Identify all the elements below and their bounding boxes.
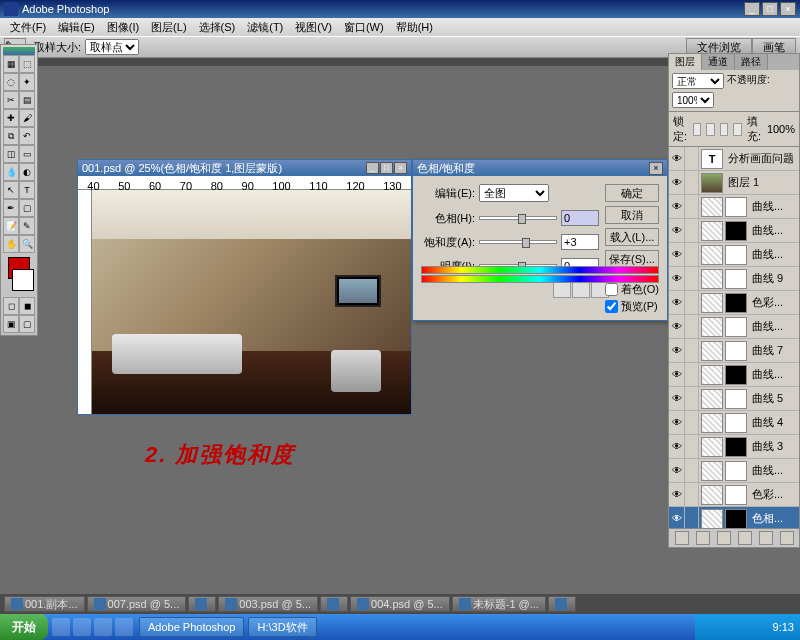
- layer-row[interactable]: 👁曲线 4: [669, 411, 799, 435]
- saturation-input[interactable]: [561, 234, 599, 250]
- menu-select[interactable]: 选择(S): [193, 20, 242, 35]
- doc-tab[interactable]: 未标题-1 @...: [452, 596, 546, 612]
- pen-tool-icon[interactable]: ✒: [3, 199, 19, 217]
- preview-checkbox[interactable]: 预览(P): [605, 299, 659, 314]
- doc-min-button[interactable]: _: [366, 162, 379, 174]
- hand-tool-icon[interactable]: ✋: [3, 235, 19, 253]
- link-cell[interactable]: [685, 195, 699, 218]
- link-cell[interactable]: [685, 363, 699, 386]
- link-cell[interactable]: [685, 483, 699, 506]
- doc-tab[interactable]: 003.psd @ 5...: [218, 596, 318, 612]
- notes-tool-icon[interactable]: 📝: [3, 217, 19, 235]
- opacity-select[interactable]: 100%: [672, 92, 714, 108]
- visibility-toggle-icon[interactable]: 👁: [669, 243, 685, 266]
- link-cell[interactable]: [685, 507, 699, 528]
- ql-icon[interactable]: [73, 618, 91, 636]
- lock-move-icon[interactable]: [720, 123, 729, 136]
- sample-size-select[interactable]: 取样点: [85, 39, 139, 55]
- layer-row[interactable]: 👁T分析画面问题: [669, 147, 799, 171]
- load-button[interactable]: 载入(L)...: [605, 228, 659, 246]
- ok-button[interactable]: 确定: [605, 184, 659, 202]
- tray-icon[interactable]: [719, 620, 733, 634]
- doc-tab[interactable]: [320, 596, 348, 612]
- close-button[interactable]: ×: [780, 2, 796, 16]
- shape-tool-icon[interactable]: ▢: [19, 199, 35, 217]
- link-cell[interactable]: [685, 171, 699, 194]
- dialog-title-bar[interactable]: 色相/饱和度 ×: [413, 160, 667, 176]
- history-brush-icon[interactable]: ↶: [19, 127, 35, 145]
- type-tool-icon[interactable]: T: [19, 181, 35, 199]
- menu-layer[interactable]: 图层(L): [145, 20, 192, 35]
- screenmode-1-icon[interactable]: ▣: [3, 315, 19, 333]
- doc-tab[interactable]: 004.psd @ 5...: [350, 596, 450, 612]
- menu-filter[interactable]: 滤镜(T): [241, 20, 289, 35]
- layer-row[interactable]: 👁曲线 7: [669, 339, 799, 363]
- visibility-toggle-icon[interactable]: 👁: [669, 147, 685, 170]
- saturation-slider[interactable]: [479, 240, 557, 244]
- layer-row[interactable]: 👁色彩...: [669, 291, 799, 315]
- taskbar-item[interactable]: Adobe Photoshop: [139, 617, 244, 637]
- hue-slider[interactable]: [479, 216, 557, 220]
- eyedropper-icon[interactable]: [553, 282, 571, 298]
- layer-row[interactable]: 👁曲线...: [669, 243, 799, 267]
- tab-paths[interactable]: 路径: [735, 54, 768, 70]
- visibility-toggle-icon[interactable]: 👁: [669, 387, 685, 410]
- menu-help[interactable]: 帮助(H): [390, 20, 439, 35]
- menu-image[interactable]: 图像(I): [101, 20, 145, 35]
- layer-row[interactable]: 👁曲线 9: [669, 267, 799, 291]
- visibility-toggle-icon[interactable]: 👁: [669, 507, 685, 528]
- document-canvas[interactable]: [92, 190, 411, 414]
- wand-tool-icon[interactable]: ✦: [19, 73, 35, 91]
- visibility-toggle-icon[interactable]: 👁: [669, 219, 685, 242]
- link-cell[interactable]: [685, 339, 699, 362]
- lasso-tool-icon[interactable]: ◌: [3, 73, 19, 91]
- eraser-tool-icon[interactable]: ◫: [3, 145, 19, 163]
- visibility-toggle-icon[interactable]: 👁: [669, 339, 685, 362]
- link-cell[interactable]: [685, 147, 699, 170]
- layer-row[interactable]: 👁曲线...: [669, 315, 799, 339]
- slice-tool-icon[interactable]: ▤: [19, 91, 35, 109]
- eyedropper-add-icon[interactable]: [572, 282, 590, 298]
- move-tool-icon[interactable]: ▦: [3, 55, 19, 73]
- edit-select[interactable]: 全图: [479, 184, 549, 202]
- visibility-toggle-icon[interactable]: 👁: [669, 411, 685, 434]
- quickmask-icon[interactable]: ◼: [19, 297, 35, 315]
- taskbar-item[interactable]: H:\3D软件: [248, 617, 316, 637]
- hue-input[interactable]: [561, 210, 599, 226]
- tray-icon[interactable]: [701, 620, 715, 634]
- ql-icon[interactable]: [94, 618, 112, 636]
- link-cell[interactable]: [685, 459, 699, 482]
- doc-tab[interactable]: 001.副本...: [4, 596, 85, 612]
- menu-file[interactable]: 文件(F): [4, 20, 52, 35]
- doc-tab[interactable]: [188, 596, 216, 612]
- layer-row[interactable]: 👁曲线 3: [669, 435, 799, 459]
- lock-all-icon[interactable]: [733, 123, 742, 136]
- tab-layers[interactable]: 图层: [669, 54, 702, 70]
- link-cell[interactable]: [685, 435, 699, 458]
- visibility-toggle-icon[interactable]: 👁: [669, 267, 685, 290]
- visibility-toggle-icon[interactable]: 👁: [669, 435, 685, 458]
- layer-row[interactable]: 👁色彩...: [669, 483, 799, 507]
- visibility-toggle-icon[interactable]: 👁: [669, 459, 685, 482]
- path-tool-icon[interactable]: ↖: [3, 181, 19, 199]
- link-cell[interactable]: [685, 387, 699, 410]
- doc-close-button[interactable]: ×: [394, 162, 407, 174]
- fx-button-icon[interactable]: [675, 531, 689, 545]
- quickmask-std-icon[interactable]: ◻: [3, 297, 19, 315]
- tab-channels[interactable]: 通道: [702, 54, 735, 70]
- layer-row[interactable]: 👁色相...: [669, 507, 799, 528]
- layer-row[interactable]: 👁曲线 5: [669, 387, 799, 411]
- minimize-button[interactable]: _: [744, 2, 760, 16]
- document-title-bar[interactable]: 001.psd @ 25%(色相/饱和度 1,图层蒙版) _□×: [78, 160, 411, 176]
- crop-tool-icon[interactable]: ✂: [3, 91, 19, 109]
- link-cell[interactable]: [685, 219, 699, 242]
- tray-icon[interactable]: [755, 620, 769, 634]
- background-color[interactable]: [12, 269, 34, 291]
- heal-tool-icon[interactable]: ✚: [3, 109, 19, 127]
- blur-tool-icon[interactable]: 💧: [3, 163, 19, 181]
- layer-row[interactable]: 👁曲线...: [669, 219, 799, 243]
- dodge-tool-icon[interactable]: ◐: [19, 163, 35, 181]
- gradient-tool-icon[interactable]: ▭: [19, 145, 35, 163]
- zoom-tool-icon[interactable]: 🔍: [19, 235, 35, 253]
- menu-window[interactable]: 窗口(W): [338, 20, 390, 35]
